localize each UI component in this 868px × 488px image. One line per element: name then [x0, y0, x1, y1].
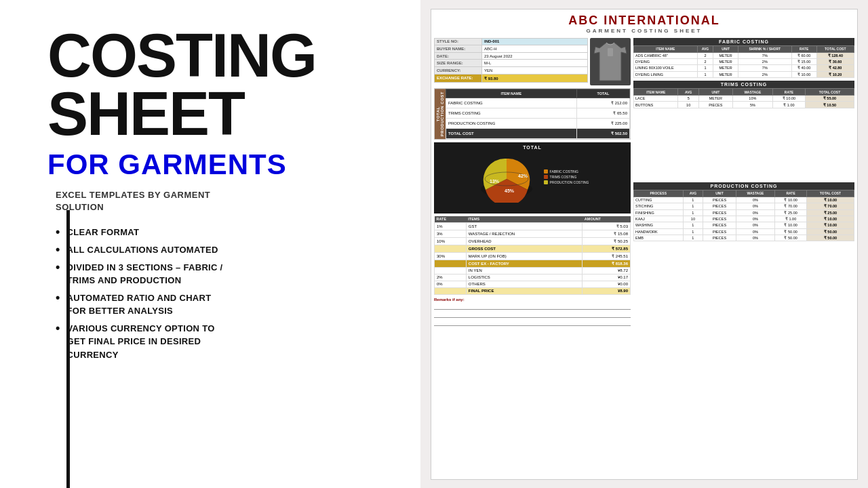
rate-oh-value: ₹ 50.25	[583, 237, 631, 245]
legend-trims-label: TRIMS COSTING	[550, 175, 577, 179]
rates-col-amount: AMOUNT	[583, 216, 631, 223]
fabric-table: ITEM NAME AVG UNIT SHRINK % / SHORT RATE…	[633, 45, 854, 79]
prod-r4-unit: PIECES	[703, 216, 736, 222]
production-costing-section: PRODUCTION COSTING PROCESS AVG UNIT WAST…	[633, 182, 854, 242]
prod-r7-rate: ₹ 50.00	[775, 235, 807, 241]
rate-waste-value: ₹ 15.08	[583, 230, 631, 237]
rate-others-pct: 0%	[435, 281, 467, 287]
trims-col-avg: AVG	[678, 89, 699, 96]
svg-text:42%: 42%	[518, 174, 528, 178]
trims-row2-wastage: 5%	[732, 102, 772, 108]
trims-table: ITEM NAME AVG UNIT WASTAGE RATE TOTAL CO…	[633, 88, 854, 108]
fabric-col-total: TOTAL COST	[816, 45, 854, 52]
rate-logistics-pct: 2%	[435, 274, 467, 281]
prod-r7-total: ₹ 50.00	[806, 235, 854, 241]
rate-logistics-label: LOGISTICS	[466, 274, 583, 281]
date-label: DATE:	[435, 52, 482, 60]
prod-r5-rate: ₹ 10.00	[775, 222, 807, 228]
prod-row-production-value: ₹ 225.00	[576, 118, 629, 128]
fabric-row2-shrink: 2%	[738, 58, 792, 64]
remarks-line-1	[434, 303, 631, 310]
fabric-col-shrink: SHRINK % / SHORT	[738, 45, 792, 52]
prod-row-trims-label: TRIMS COSTING	[446, 108, 577, 118]
rate-markup-pct: 30%	[435, 252, 467, 260]
prod-r6-wastage: 0%	[736, 228, 775, 235]
svg-text:45%: 45%	[505, 188, 515, 193]
prod-r2-wastage: 0%	[736, 203, 775, 209]
fabric-row4-rate: ₹ 10.00	[791, 71, 816, 77]
feature-2: ALL CALCULATIONS AUTOMATED	[56, 243, 387, 257]
prod-r3-total: ₹ 25.00	[806, 209, 854, 216]
fabric-row3-rate: ₹ 40.00	[791, 65, 816, 71]
prod-r4-avg: 10	[683, 216, 703, 222]
pie-chart: 42% 45% 13%	[476, 152, 537, 203]
prod-r5-wastage: 0%	[736, 222, 775, 228]
legend-production-label: PRODUCTION COSTING	[550, 180, 589, 184]
rates-table: RATE ITEMS AMOUNT 1%GST₹ 5.03 3%WASTAGE …	[434, 216, 631, 295]
chart-legend: FABRIC COSTING TRIMS COSTING PRODUCTION …	[544, 169, 589, 184]
trims-row1-rate: ₹ 10.00	[772, 96, 805, 102]
trims-col-total: TOTAL COST	[805, 89, 854, 96]
buyer-value: ABC-H	[482, 45, 588, 53]
prod-r6-unit: PIECES	[703, 228, 736, 235]
chart-spacer	[633, 111, 854, 182]
svg-rect-0	[608, 48, 613, 56]
rate-gross-label: GROSS COST	[466, 245, 583, 252]
prod-col-wastage: WASTAGE	[736, 190, 775, 197]
prod-r4-total: ₹ 10.00	[806, 216, 854, 222]
trims-section-header: TRIMS COSTING	[633, 81, 854, 88]
buyer-label: BUYER NAME:	[435, 45, 482, 53]
trims-col-unit: UNIT	[698, 89, 732, 96]
left-divider	[66, 210, 70, 488]
trims-row2-unit: PIECES	[698, 102, 732, 108]
fabric-row2-avg: 2	[697, 58, 713, 64]
prod-r2-unit: PIECES	[703, 203, 736, 209]
prod-col-item: ITEM NAME	[446, 89, 577, 98]
chart-section: TOTAL	[434, 142, 631, 214]
prod-col-rate: RATE	[775, 190, 807, 197]
prod-r1-total: ₹ 10.00	[806, 197, 854, 203]
fabric-row3-avg: 1	[697, 65, 713, 71]
trims-row2-rate: ₹ 1.00	[772, 102, 805, 108]
fabric-row4-shrink: 2%	[738, 71, 792, 77]
rate-gross-pct	[435, 245, 467, 252]
trims-col-wastage: WASTAGE	[732, 89, 772, 96]
prod-cost-label: TOTALPRODUCTION COST	[435, 89, 446, 139]
prod-r3-wastage: 0%	[736, 209, 775, 216]
prod-r2-process: STICHING	[634, 203, 684, 209]
rate-waste-label: WASTAGE / REJECTION	[466, 230, 583, 237]
legend-trims-dot	[544, 175, 548, 179]
subtitle-for-garments: FOR GARMENTS	[47, 148, 387, 181]
prod-r1-wastage: 0%	[736, 197, 775, 203]
rate-gst-value: ₹ 5.03	[583, 222, 631, 230]
prod-col-total: TOTAL	[576, 89, 629, 98]
production-section-header: PRODUCTION COSTING	[633, 182, 854, 190]
fabric-section-header: FABRIC COSTING	[633, 38, 854, 45]
remarks-section: Remarks if any:	[434, 298, 631, 326]
prod-r1-unit: PIECES	[703, 197, 736, 203]
chart-title: TOTAL	[437, 145, 628, 150]
prod-r6-process: HANDWORK	[634, 228, 684, 235]
info-table: STYLE NO: IND-001 BUYER NAME: ABC-H DATE…	[434, 38, 588, 83]
prod-r1-process: CUTTING	[634, 197, 684, 203]
legend-production-dot	[544, 180, 548, 184]
garment-image	[590, 38, 631, 85]
prod-r6-rate: ₹ 50.00	[775, 228, 807, 235]
rate-others-value: ¥0.00	[583, 281, 631, 287]
prod-r2-total: ₹ 70.00	[806, 203, 854, 209]
rate-final-value: ¥8.90	[583, 287, 631, 294]
fabric-row1-shrink: 7%	[738, 52, 792, 58]
title-costing: COSTING	[47, 27, 387, 85]
rate-gst-pct: 1%	[435, 222, 467, 230]
fabric-row4-total: ₹ 10.20	[816, 71, 854, 77]
fabric-row1-total: ₹ 128.40	[816, 52, 854, 58]
trims-row1-item: LACE	[634, 96, 678, 102]
prod-r2-avg: 1	[683, 203, 703, 209]
rate-final-label: FINAL PRICE	[466, 287, 583, 294]
size-value: M-L	[482, 60, 588, 67]
prod-r3-avg: 1	[683, 209, 703, 216]
remarks-label: Remarks if any:	[434, 298, 631, 302]
sheet-left-col: STYLE NO: IND-001 BUYER NAME: ABC-H DATE…	[434, 38, 631, 474]
prod-r3-process: FINISHING	[634, 209, 684, 216]
prod-r7-process: EMB	[634, 235, 684, 241]
